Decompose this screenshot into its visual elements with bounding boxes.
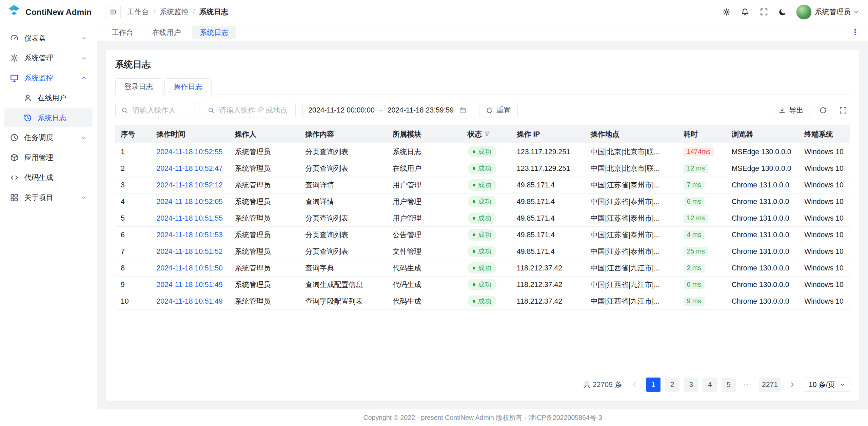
system-log-card: 系统日志 登录日志操作日志 2024-11-12 00:00:00: [106, 50, 859, 401]
next-page-button[interactable]: [785, 378, 799, 392]
sidebar-item-label: 系统管理: [24, 53, 75, 63]
nav-tab-在线用户[interactable]: 在线用户: [144, 26, 189, 39]
operation-time-link[interactable]: 2024-11-18 10:51:53: [156, 231, 222, 239]
cell-content: 查询字段配置列表: [300, 293, 387, 309]
page-button-4[interactable]: 4: [703, 378, 717, 392]
status-badge: 成功: [468, 196, 496, 207]
sidebar-collapse-button[interactable]: [106, 5, 120, 19]
chevron-up-icon: [80, 75, 87, 81]
duration-badge: 25 ms: [684, 247, 708, 256]
table-row: 10 2024-11-18 10:51:49 系统管理员 查询字段配置列表 代码…: [115, 293, 850, 309]
prev-page-button[interactable]: [627, 378, 642, 392]
column-header: 耗时: [678, 125, 726, 144]
operator-search-input[interactable]: [132, 106, 189, 115]
cell-browser: Chrome 131.0.0.0: [726, 193, 799, 210]
sidebar-item-app-management[interactable]: 应用管理: [4, 148, 93, 167]
user-menu[interactable]: 系统管理员: [815, 7, 859, 17]
topbar-actions: 系统管理员: [718, 4, 859, 20]
breadcrumb-item[interactable]: 工作台: [127, 7, 149, 17]
fullscreen-icon[interactable]: [756, 4, 772, 20]
pagination-ellipsis[interactable]: ···: [740, 378, 754, 392]
page-button-3[interactable]: 3: [684, 378, 698, 392]
notification-bell-icon[interactable]: [737, 4, 753, 20]
cell-browser: Chrome 131.0.0.0: [726, 226, 799, 243]
user-icon: [23, 94, 32, 102]
chevron-left-icon: [631, 381, 638, 388]
ip-search-input[interactable]: [218, 106, 290, 115]
reset-button[interactable]: 重置: [479, 103, 518, 118]
status-dot: [473, 200, 475, 203]
cell-ip: 49.85.171.4: [511, 226, 585, 243]
dark-mode-moon-icon[interactable]: [775, 4, 791, 20]
table-row: 9 2024-11-18 10:51:49 系统管理员 查询生成配置信息 代码生…: [115, 276, 850, 293]
page-button-5[interactable]: 5: [722, 378, 736, 392]
avatar[interactable]: [796, 4, 812, 20]
column-header: 终端系统: [799, 125, 850, 144]
operation-time-link[interactable]: 2024-11-18 10:52:47: [156, 164, 222, 172]
log-tab-操作日志[interactable]: 操作日志: [164, 78, 212, 95]
page-button-2[interactable]: 2: [665, 378, 679, 392]
sidebar-item-system-monitor[interactable]: 系统监控: [4, 68, 93, 87]
sidebar-item-online-user[interactable]: 在线用户: [4, 88, 93, 107]
cell-ip: 49.85.171.4: [511, 193, 585, 210]
operation-time-link[interactable]: 2024-11-18 10:52:05: [156, 198, 222, 205]
cell-index: 5: [115, 210, 151, 226]
sidebar-item-label: 代码生成: [24, 173, 87, 182]
operation-time-link[interactable]: 2024-11-18 10:51:49: [156, 281, 222, 288]
tab-bar-more-icon[interactable]: ⋮: [849, 28, 862, 37]
operation-time-link[interactable]: 2024-11-18 10:51:55: [156, 214, 222, 222]
operator-search-field[interactable]: [115, 103, 195, 118]
sidebar-item-about-project[interactable]: 关于项目: [4, 188, 93, 207]
duration-badge: 4 ms: [684, 230, 705, 239]
status-badge: 成功: [468, 146, 496, 158]
sidebar-menu: 仪表盘 系统管理 系统监控 在线用户 系统日志 任务调度 应用管理 代码生成 关: [0, 24, 97, 211]
cell-operator: 系统管理员: [229, 243, 300, 260]
pagination: 共 22709 条 12345···2271 10 条/页: [115, 371, 850, 392]
column-header: 操作人: [229, 125, 300, 144]
breadcrumb-item: 系统日志: [199, 7, 228, 17]
operation-time-link[interactable]: 2024-11-18 10:51:49: [156, 297, 222, 305]
filter-row: 2024-11-12 00:00:00 – 2024-11-18 23:59:5…: [115, 103, 850, 118]
ip-search-field[interactable]: [202, 103, 296, 118]
chevron-down-icon: [80, 35, 87, 42]
cell-index: 6: [115, 226, 151, 243]
sidebar-item-dashboard[interactable]: 仪表盘: [4, 29, 93, 48]
table-row: 1 2024-11-18 10:52:55 系统管理员 分页查询列表 系统日志 …: [115, 143, 850, 160]
table-refresh-icon[interactable]: [816, 103, 830, 117]
cell-module: 代码生成: [387, 293, 462, 309]
operation-time-link[interactable]: 2024-11-18 10:51:52: [156, 247, 222, 255]
operation-time-link[interactable]: 2024-11-18 10:51:50: [156, 264, 222, 272]
cell-content: 查询生成配置信息: [300, 276, 387, 293]
table-fullscreen-icon[interactable]: [836, 103, 850, 117]
table-tools: 导出: [772, 103, 850, 118]
operation-time-link[interactable]: 2024-11-18 10:52:12: [156, 181, 222, 189]
user-name: 系统管理员: [815, 7, 851, 17]
breadcrumb-item[interactable]: 系统监控: [160, 7, 189, 17]
nav-tab-系统日志[interactable]: 系统日志: [192, 26, 236, 39]
log-tab-登录日志[interactable]: 登录日志: [115, 78, 162, 95]
filter-funnel-icon[interactable]: [484, 131, 490, 137]
cell-os: Windows 10: [799, 143, 850, 160]
page-button-2271[interactable]: 2271: [759, 378, 781, 392]
date-range-picker[interactable]: 2024-11-12 00:00:00 – 2024-11-18 23:59:5…: [302, 103, 472, 118]
brand[interactable]: ContiNew Admin: [0, 0, 97, 24]
breadcrumb: 工作台/系统监控/系统日志: [127, 7, 228, 17]
column-header: 浏览器: [726, 125, 799, 144]
operation-time-link[interactable]: 2024-11-18 10:52:55: [156, 148, 222, 156]
apps-icon: [10, 153, 19, 162]
nav-tab-工作台[interactable]: 工作台: [104, 26, 141, 39]
page-button-1[interactable]: 1: [646, 378, 660, 392]
settings-icon[interactable]: [718, 4, 734, 20]
cell-index: 4: [115, 193, 151, 210]
export-button[interactable]: 导出: [772, 103, 811, 118]
sidebar-item-task-schedule[interactable]: 任务调度: [4, 128, 93, 147]
sidebar-item-system-log[interactable]: 系统日志: [4, 108, 93, 127]
page-size-select[interactable]: 10 条/页: [804, 378, 850, 392]
sidebar-item-system-management[interactable]: 系统管理: [4, 49, 93, 68]
status-dot: [473, 267, 475, 269]
cell-location: 中国|江苏省|泰州市|...: [585, 243, 678, 260]
date-start: 2024-11-12 00:00:00: [308, 106, 374, 114]
sidebar-item-code-generation[interactable]: 代码生成: [4, 168, 93, 187]
cell-ip: 49.85.171.4: [511, 243, 585, 260]
status-badge: 成功: [468, 179, 496, 191]
